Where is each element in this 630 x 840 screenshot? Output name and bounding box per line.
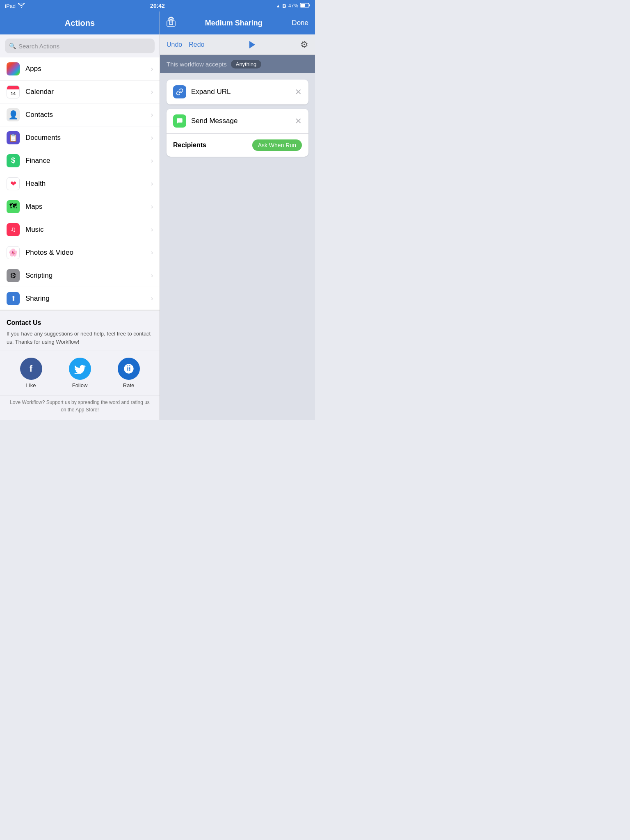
rate-label: Rate	[123, 382, 134, 388]
undo-button[interactable]: Undo	[167, 41, 182, 48]
category-list: Apps › 14 Calendar › 👤	[0, 57, 160, 310]
search-icon: 🔍	[9, 43, 16, 49]
scripting-icon: ⚙	[7, 269, 20, 282]
sidebar-item-music[interactable]: ♫ Music ›	[0, 218, 160, 241]
health-icon: ❤	[7, 177, 20, 190]
location-icon: ▲	[276, 3, 281, 8]
maps-chevron: ›	[151, 203, 153, 210]
sidebar-item-finance[interactable]: $ Finance ›	[0, 149, 160, 172]
status-bar-left: iPad	[5, 3, 25, 9]
social-section: f Like Follow Rate	[0, 351, 160, 395]
svg-rect-2	[301, 4, 305, 7]
contact-section: Contact Us If you have any suggestions o…	[0, 310, 160, 351]
sharing-chevron: ›	[151, 295, 153, 302]
expand-url-close[interactable]: ✕	[295, 87, 302, 97]
workflow-title: Medium Sharing	[176, 19, 292, 27]
appstore-icon	[118, 358, 140, 380]
status-bar-right: ▲ B 47%	[276, 3, 310, 9]
documents-label: Documents	[25, 134, 151, 142]
bluetooth-icon: B	[283, 3, 286, 9]
search-bar[interactable]: 🔍 Search Actions	[5, 39, 155, 53]
accepts-badge: Anything	[231, 60, 262, 68]
sidebar-item-apps[interactable]: Apps ›	[0, 57, 160, 80]
photos-icon: 🌸	[7, 246, 20, 259]
apps-chevron: ›	[151, 65, 153, 73]
sidebar-item-maps[interactable]: 🗺 Maps ›	[0, 195, 160, 218]
maps-icon: 🗺	[7, 200, 20, 213]
scripting-label: Scripting	[25, 272, 151, 280]
calendar-date: 14	[11, 91, 16, 96]
photos-chevron: ›	[151, 249, 153, 256]
left-panel: Actions 🔍 Search Actions Apps ›	[0, 11, 160, 420]
music-icon: ♫	[7, 223, 20, 236]
finance-label: Finance	[25, 157, 151, 165]
send-message-title: Send Message	[191, 117, 295, 125]
like-button[interactable]: f Like	[20, 358, 42, 388]
contacts-chevron: ›	[151, 111, 153, 119]
documents-chevron: ›	[151, 134, 153, 142]
scripting-chevron: ›	[151, 272, 153, 279]
footer-text: Love Workflow? Support us by spreading t…	[0, 395, 160, 420]
status-time: 20:42	[150, 2, 165, 9]
share-button[interactable]	[167, 16, 176, 30]
like-label: Like	[26, 382, 36, 388]
redo-button[interactable]: Redo	[189, 41, 204, 48]
contacts-label: Contacts	[25, 111, 151, 119]
expand-url-title: Expand URL	[191, 88, 295, 96]
rate-button[interactable]: Rate	[118, 358, 140, 388]
health-chevron: ›	[151, 180, 153, 187]
sidebar-item-calendar[interactable]: 14 Calendar ›	[0, 80, 160, 103]
status-bar: iPad 20:42 ▲ B 47%	[0, 0, 315, 11]
finance-chevron: ›	[151, 157, 153, 164]
calendar-icon: 14	[7, 85, 20, 98]
twitter-icon	[69, 358, 91, 380]
contacts-icon: 👤	[7, 108, 20, 121]
sidebar-item-documents[interactable]: 📋 Documents ›	[0, 126, 160, 149]
accepts-bar: This workflow accepts Anything	[160, 55, 315, 73]
right-panel: Medium Sharing Done Undo Redo ⚙ This wor…	[160, 11, 315, 420]
facebook-icon: f	[20, 358, 42, 380]
workflow-content: Expand URL ✕ Send Message ✕ Recipients	[160, 73, 315, 420]
sharing-icon: ⬆	[7, 292, 20, 305]
done-button[interactable]: Done	[292, 19, 308, 27]
maps-label: Maps	[25, 203, 151, 211]
sidebar-item-contacts[interactable]: 👤 Contacts ›	[0, 103, 160, 126]
send-message-action: Send Message ✕ Recipients Ask When Run	[167, 109, 308, 157]
health-label: Health	[25, 180, 151, 188]
device-label: iPad	[5, 3, 16, 9]
send-message-icon	[173, 114, 186, 128]
contact-title: Contact Us	[7, 319, 153, 326]
search-container: 🔍 Search Actions	[0, 34, 160, 57]
sidebar-item-photos[interactable]: 🌸 Photos & Video ›	[0, 241, 160, 264]
left-panel-title: Actions	[65, 18, 95, 28]
battery-icon	[300, 3, 310, 9]
svg-rect-1	[309, 4, 310, 6]
sidebar-item-scripting[interactable]: ⚙ Scripting ›	[0, 264, 160, 287]
wifi-icon	[18, 3, 25, 9]
sidebar-item-sharing[interactable]: ⬆ Sharing ›	[0, 287, 160, 310]
finance-icon: $	[7, 154, 20, 167]
right-header: Medium Sharing Done	[160, 11, 315, 34]
left-header: Actions	[0, 11, 160, 34]
follow-button[interactable]: Follow	[69, 358, 91, 388]
documents-icon: 📋	[7, 131, 20, 144]
toolbar: Undo Redo ⚙	[160, 34, 315, 55]
expand-url-icon	[173, 85, 186, 98]
music-chevron: ›	[151, 226, 153, 233]
calendar-label: Calendar	[25, 88, 151, 96]
follow-label: Follow	[72, 382, 88, 388]
settings-icon[interactable]: ⚙	[300, 39, 308, 50]
photos-label: Photos & Video	[25, 249, 151, 257]
expand-url-header: Expand URL ✕	[167, 80, 308, 105]
sidebar-item-health[interactable]: ❤ Health ›	[0, 172, 160, 195]
play-button[interactable]	[249, 41, 255, 48]
music-label: Music	[25, 226, 151, 234]
send-message-close[interactable]: ✕	[295, 116, 302, 126]
apps-icon	[7, 62, 20, 75]
play-button-container	[211, 41, 294, 48]
ask-when-run-badge[interactable]: Ask When Run	[252, 139, 302, 151]
search-placeholder: Search Actions	[18, 43, 59, 50]
apps-label: Apps	[25, 65, 151, 73]
calendar-chevron: ›	[151, 88, 153, 96]
accepts-label: This workflow accepts	[167, 61, 227, 68]
